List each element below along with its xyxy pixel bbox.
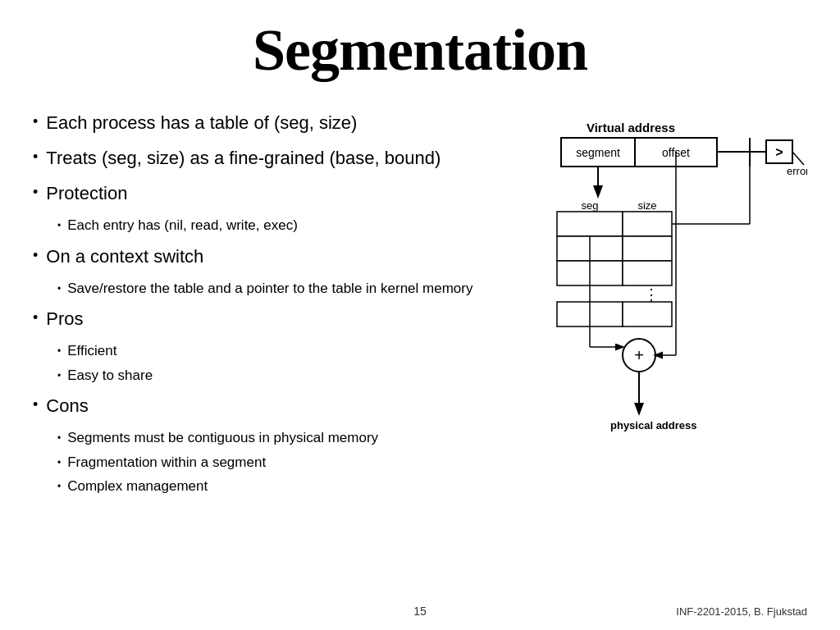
left-content: • Each process has a table of (seg, size… [33, 109, 479, 504]
bullet-text-5: Pros [46, 305, 83, 332]
bullet-dot-3: • [33, 181, 38, 203]
sub-bullets-4: • Save/restore the table and a pointer t… [57, 278, 479, 299]
sub-text-6-3: Complex management [67, 476, 208, 497]
sub-bullet-3-1: • Each entry has (nil, read, write, exec… [57, 215, 479, 236]
sub-text-5-2: Easy to share [67, 365, 153, 386]
sub-bullet-4-1: • Save/restore the table and a pointer t… [57, 278, 479, 299]
sub-dot-6-2: • [57, 455, 61, 470]
slide-title: Segmentation [33, 16, 807, 84]
bullet-6: • Cons [33, 392, 479, 419]
bullet-2: • Treats (seg, size) as a fine-grained (… [33, 144, 479, 171]
ellipsis: ⋮ [644, 286, 659, 303]
bullet-text-3: Protection [46, 180, 127, 207]
bullet-text-2: Treats (seg, size) as a fine-grained (ba… [46, 144, 441, 171]
segment-label: segment [576, 146, 620, 159]
bullet-text-4: On a context switch [46, 243, 203, 270]
sub-dot-3-1: • [57, 218, 61, 233]
sub-dot-6-1: • [57, 431, 61, 445]
svg-rect-11 [623, 236, 672, 261]
bullet-5: • Pros [33, 305, 479, 332]
bullet-text-6: Cons [46, 392, 88, 419]
bullet-4: • On a context switch [33, 243, 479, 270]
sub-dot-5-1: • [57, 344, 61, 358]
sub-bullet-6-2: • Fragmentation within a segment [57, 452, 479, 473]
sub-text-3-1: Each entry has (nil, read, write, exec) [67, 215, 298, 236]
sub-bullets-5: • Efficient • Easy to share [57, 340, 479, 386]
error-label: error [787, 165, 807, 177]
sub-bullets-3: • Each entry has (nil, read, write, exec… [57, 215, 479, 236]
bullet-dot-2: • [33, 146, 38, 168]
sub-text-6-2: Fragmentation within a segment [67, 452, 266, 473]
sub-bullet-6-1: • Segments must be contiguous in physica… [57, 427, 479, 449]
sub-dot-4-1: • [57, 281, 61, 296]
physical-address-label: physical address [610, 419, 697, 431]
seg-col-label: seg [582, 199, 599, 212]
content-area: • Each process has a table of (seg, size… [33, 109, 807, 504]
size-col-label: size [637, 199, 656, 212]
author-label: INF-2201-2015, B. Fjukstad [549, 605, 807, 618]
bullet-1: • Each process has a table of (seg, size… [33, 109, 479, 136]
sub-bullet-5-2: • Easy to share [57, 365, 479, 386]
svg-rect-15 [623, 302, 672, 326]
slide: Segmentation • Each process has a table … [0, 0, 840, 630]
bullet-3: • Protection [33, 180, 479, 207]
bullet-dot-1: • [33, 111, 38, 133]
sub-text-4-1: Save/restore the table and a pointer to … [67, 278, 472, 299]
sub-dot-6-3: • [57, 479, 61, 494]
plus-icon: + [634, 346, 644, 364]
svg-rect-13 [623, 261, 672, 285]
sub-bullet-5-1: • Efficient [57, 340, 479, 362]
greater-than-icon: > [775, 145, 783, 159]
sub-dot-5-2: • [57, 368, 61, 383]
svg-line-6 [792, 152, 804, 165]
footer: 15 INF-2201-2015, B. Fjukstad [0, 605, 840, 618]
bullet-dot-6: • [33, 394, 38, 416]
sub-bullet-6-3: • Complex management [57, 476, 479, 497]
page-number: 15 [291, 605, 550, 618]
right-diagram: Virtual address segment offset > error [495, 117, 807, 465]
svg-rect-9 [623, 212, 672, 236]
sub-text-5-1: Efficient [67, 340, 116, 362]
svg-rect-8 [557, 212, 623, 236]
bullet-dot-4: • [33, 244, 38, 267]
diagram-svg: Virtual address segment offset > error [495, 117, 807, 462]
bullet-text-1: Each process has a table of (seg, size) [46, 109, 357, 136]
sub-text-6-1: Segments must be contiguous in physical … [67, 427, 378, 449]
bullet-dot-5: • [33, 307, 38, 329]
virtual-address-label: Virtual address [587, 121, 675, 135]
sub-bullets-6: • Segments must be contiguous in physica… [57, 427, 479, 497]
